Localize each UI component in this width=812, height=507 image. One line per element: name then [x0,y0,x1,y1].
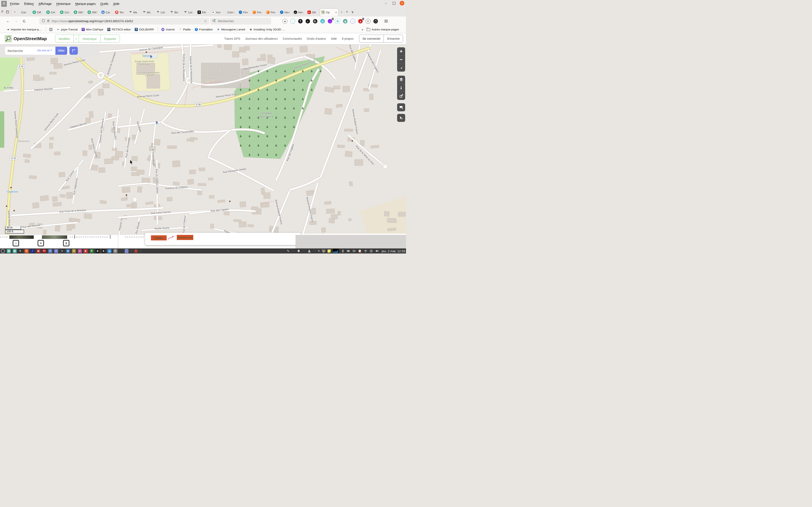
tab-ma-8[interactable]: ”Ma [128,9,141,16]
pencil-icon[interactable]: ✎ [286,249,290,253]
other-bookmarks-folder[interactable]: Autres marque-pages [367,28,399,31]
tab-fire-18[interactable]: Fire [265,9,278,16]
zoom-out-button-bg[interactable]: − [13,240,19,246]
osm-link-communaut-s[interactable]: Communautés [283,37,302,40]
lock-icon[interactable] [47,19,50,23]
wifi-icon[interactable] [364,249,367,253]
scroll-tabs-right-button[interactable]: › [339,9,344,15]
tab-bic-11[interactable]: ”Bic [169,9,182,16]
single-file-extension-icon[interactable]: ▤ [320,19,325,23]
directions-button[interactable] [69,47,78,55]
taskbar-app-files-2[interactable]: ▣ [13,249,17,253]
taskbar-app-files-1[interactable]: ▣ [7,249,11,253]
n-clipper-extension-icon[interactable]: N [335,19,340,24]
layers-button[interactable] [397,76,405,83]
taskbar-app-orange-reload[interactable]: ↻ [24,249,29,253]
page-one-button-bg[interactable]: 1 [63,240,69,246]
purple-tool-extension-icon[interactable]: ◡0 [328,19,332,23]
battery-icon[interactable] [347,249,350,253]
edit-button[interactable]: Modifier [55,35,73,43]
tab-fire-16[interactable]: ~Fire [238,9,251,16]
tab-fire-17[interactable]: Fire [251,9,264,16]
tab-bic-9[interactable]: ”Bic [141,9,154,16]
menu-marquepages[interactable]: Marque-pages [73,2,98,5]
menu-aide[interactable]: Aide [111,2,122,5]
t-tool-extension-icon[interactable]: T [298,19,303,23]
history-button[interactable]: Historique [79,35,100,43]
d-tool-extension-icon[interactable]: D. [313,19,317,23]
taskbar-app-fire-pot[interactable]: ◉ [96,249,100,253]
signup-button[interactable]: S’inscrire [384,35,403,43]
firefox-view-icon[interactable] [5,9,10,15]
taskbar-app-cloud-blue[interactable]: ☁ [107,249,111,253]
zoom-in-button-bg[interactable]: + [38,240,44,246]
taskbar-app-notes-purple[interactable]: ≡ [54,249,58,253]
menu-hamburger-icon[interactable] [383,18,390,24]
tab-cré-2[interactable]: BCré [45,9,58,16]
minimize-button[interactable]: − [384,1,388,5]
zoom-out-button[interactable] [397,55,405,64]
red-indicator-icon[interactable] [135,249,138,252]
tab-eth-13[interactable]: YEth [196,9,209,16]
tab-diff-1[interactable]: BDiff [31,9,44,16]
password-lock-extension-icon[interactable] [373,19,378,23]
menu-outils[interactable]: Outils [98,2,111,5]
sticky-notes-icon[interactable] [327,249,331,252]
scroll-tabs-left-button[interactable]: ‹ [12,9,17,15]
zoom-in-button[interactable] [397,47,405,55]
security-shield-icon[interactable] [358,249,362,253]
locate-button[interactable] [397,63,405,72]
new-tab-button[interactable]: + [344,9,350,15]
ublock-extension-icon[interactable]: ▲6 [358,19,363,23]
teal-app-extension-icon[interactable]: ◉ [343,19,347,23]
bookmark-petscii-editor[interactable]: C=PETSCII editor [107,28,131,31]
taskbar-app-shutter-dark[interactable]: ∎ [101,249,105,253]
bookmark-dolibarr[interactable]: DDOLIBARR [135,28,154,31]
bookmark-messagerie-ameli[interactable]: ♟Messagerie | ameli [217,28,245,31]
tab-con-0[interactable]: Con [17,9,31,16]
login-button[interactable]: Se connecter [359,35,384,43]
taskbar-app-mail[interactable]: ✉ [48,249,52,253]
bookmark-mamot[interactable]: mmamot [161,28,174,31]
video-download-extension-icon[interactable]: ↓ [290,19,295,24]
bell-icon[interactable] [297,249,301,253]
user-icon[interactable] [307,249,311,253]
dark-reader-extension-icon[interactable]: ◐ [306,19,310,23]
menu-historique[interactable]: Historique [54,2,73,5]
bookmark-star-icon[interactable]: ☆ [204,19,207,23]
bookmark-mon-clapaye[interactable]: CMon ClaPaye [82,28,103,31]
bookmark-piaille[interactable]: ♡Piaille [179,28,191,31]
list-tabs-button[interactable]: ∨ [350,9,355,15]
add-note-button[interactable] [397,103,405,111]
forward-button[interactable]: → [13,18,19,24]
system-monitor-icon[interactable] [333,249,339,253]
tab-con-3[interactable]: BCon [59,9,72,16]
map-canvas[interactable]: Avenue de CamargueAvenue de CamargueAven… [0,44,406,235]
taskbar-app-mint-menu[interactable] [1,249,5,253]
bookmark-importer-les-marque-p[interactable]: ⇥Importer les marque-p… [6,28,42,31]
bookmark-icon-2[interactable]: æ [49,28,52,31]
tab-op-22[interactable]: Op× [320,9,338,16]
tab-sms-5[interactable]: BSMS [86,9,99,16]
bookmarks-overflow-chevron[interactable]: » [362,28,363,31]
search-input[interactable] [217,19,261,23]
volume-icon[interactable] [375,249,379,253]
menu-affichage[interactable]: Affichage [36,2,54,5]
share-button[interactable] [397,92,405,100]
back-button[interactable]: ← [5,18,11,24]
osm-link-journaux-des-utilisateurs[interactable]: Journaux des utilisateurs [245,37,278,40]
bookmark-installing-unity-2d-3d[interactable]: ⊕Installing Unity 2D/3D … [249,28,285,31]
taskbar-app-xxx-gray[interactable]: × [113,249,117,253]
tracking-shield-icon[interactable] [42,19,45,23]
tab-inst-14[interactable]: ≋Inst [210,9,223,16]
where-is-this-link[interactable]: Où est-ce ? [37,49,52,52]
taskbar-app-paint-blue[interactable]: ╱ [31,249,35,253]
edit-dropdown-caret[interactable]: ▾ [73,35,79,43]
taskbar-app-power-gold[interactable]: S [72,249,76,253]
tab-car-6[interactable]: ⊕Car [100,9,113,16]
osm-link--propos[interactable]: À propos [342,37,354,40]
tab-sms-4[interactable]: BSMS [72,9,86,16]
query-features-button[interactable]: ? [397,114,405,122]
osm-link-droits-d-auteur[interactable]: Droits d’auteur [307,37,326,40]
search-bar[interactable] [210,18,271,24]
